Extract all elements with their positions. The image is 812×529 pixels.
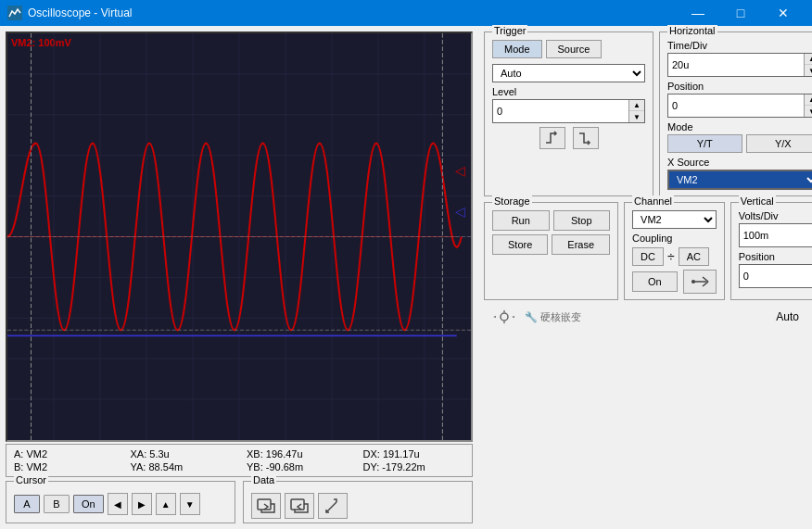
storage-label: Storage (492, 195, 532, 207)
v-position-label: Position (739, 251, 812, 262)
erase-button[interactable]: Erase (552, 234, 610, 255)
volts-div-input[interactable] (740, 224, 812, 246)
data-resize-button[interactable] (318, 493, 348, 519)
h-mode-label: Mode (667, 121, 812, 132)
data-panel-label: Data (251, 474, 276, 485)
yt-button[interactable]: Y/T (667, 134, 742, 153)
data-export-button[interactable] (285, 493, 314, 519)
channel-select[interactable]: VM2 (632, 210, 717, 229)
h-position-down[interactable]: ▼ (805, 106, 812, 117)
channel-on-button[interactable]: On (632, 271, 678, 292)
vertical-label: Vertical (739, 195, 776, 207)
svg-rect-26 (291, 499, 304, 510)
probe-icon (690, 273, 710, 290)
yx-button[interactable]: Y/X (746, 134, 813, 153)
probe-icon-button[interactable] (683, 270, 717, 294)
run-button[interactable]: Run (492, 210, 550, 231)
time-div-spinbox-btns: ▲ ▼ (804, 54, 812, 76)
maximize-button[interactable]: □ (719, 0, 762, 26)
trigger-source-tab[interactable]: Source (546, 40, 603, 58)
channel-label: Channel (632, 195, 674, 207)
h-position-spinbox: ▲ ▼ (667, 94, 812, 118)
trigger-mode-tab[interactable]: Mode (492, 40, 542, 58)
resize-icon (324, 497, 342, 515)
svg-point-31 (691, 280, 695, 283)
bottom-status-bar: 🔧 硬核嵌变 Auto (484, 306, 806, 328)
cursor-panel-label: Cursor (14, 474, 48, 485)
cursor-info-bar: A: VM2 XA: 5.3u XB: 196.47u DX: 191.17u … (6, 444, 473, 477)
cursor-a-button[interactable]: A (14, 495, 40, 513)
falling-edge-icon (577, 131, 594, 145)
window-title: Oscilloscope - Virtual (28, 6, 677, 19)
coupling-sep: ÷ (667, 249, 675, 264)
cursor-panel: Cursor A B On ◀ ▶ ▲ ▼ (6, 481, 235, 523)
h-position-input[interactable] (668, 94, 804, 117)
cursor-b-button[interactable]: B (44, 495, 70, 513)
trigger-level-input[interactable] (493, 100, 628, 122)
auto-status-label: Auto (776, 310, 799, 323)
time-div-label: Time/Div (667, 40, 812, 51)
time-div-up[interactable]: ▲ (805, 54, 812, 65)
rising-edge-icon (544, 131, 561, 145)
ya-value: YA: 88.54m (131, 461, 233, 472)
volts-div-spinbox: ▲ ▼ (739, 223, 812, 247)
storage-store-row: Store Erase (492, 234, 610, 255)
scope-display[interactable]: VM2: 100mV (6, 31, 473, 442)
cursor-down-button[interactable]: ▼ (180, 493, 200, 515)
x-source-label: X Source (667, 157, 812, 168)
export-icon (290, 497, 309, 515)
h-position-spinbox-btns: ▲ ▼ (804, 94, 812, 117)
yb-value: YB: -90.68m (247, 461, 349, 472)
ac-button[interactable]: AC (679, 247, 709, 266)
minimize-button[interactable]: — (677, 0, 719, 26)
channel-select-row: VM2 (632, 210, 717, 229)
trigger-level-down[interactable]: ▼ (629, 111, 644, 122)
stop-button[interactable]: Stop (553, 210, 611, 231)
bottom-bar: Cursor A B On ◀ ▶ ▲ ▼ Data (6, 481, 473, 523)
xb-value: XB: 196.47u (247, 448, 349, 460)
coupling-row: DC ÷ AC (632, 247, 717, 266)
trigger-auto-select[interactable]: Auto (492, 64, 645, 82)
data-import-button[interactable] (251, 493, 281, 519)
svg-point-32 (501, 313, 508, 321)
trigger-rising-button[interactable] (539, 127, 565, 149)
x-source-select[interactable]: VM2 (668, 170, 812, 189)
svg-line-27 (326, 502, 336, 512)
trigger-icons-row (492, 127, 645, 149)
v-position-input[interactable] (740, 265, 812, 287)
channel-box: Channel VM2 Coupling DC ÷ AC On (624, 202, 725, 300)
waveform-svg (7, 33, 471, 440)
h-position-label: Position (667, 81, 812, 92)
right-top-row: Trigger Mode Source Auto Level ▲ ▼ (484, 31, 806, 196)
cursor-a-marker: ◁ (455, 163, 465, 178)
trigger-tab-row: Mode Source (492, 40, 645, 58)
horizontal-label: Horizontal (667, 25, 717, 36)
dc-button[interactable]: DC (632, 247, 664, 266)
cursor-on-button[interactable]: On (73, 495, 104, 513)
import-icon (257, 497, 275, 515)
titlebar: Oscilloscope - Virtual — □ ✕ (0, 0, 812, 26)
volts-div-label: Volts/Div (739, 210, 812, 221)
v-position-spinbox: ▲ ▼ (739, 264, 812, 288)
dy-value: DY: -179.22m (363, 461, 465, 472)
trigger-level-up[interactable]: ▲ (629, 100, 644, 111)
store-button[interactable]: Store (492, 234, 548, 255)
cursor-up-button[interactable]: ▲ (156, 493, 176, 515)
left-panel: VM2: 100mV (0, 26, 478, 529)
watermark-text: 🔧 硬核嵌变 (525, 310, 581, 324)
cursor-b-marker: ◁ (455, 204, 465, 219)
h-mode-row: Y/T Y/X (667, 134, 812, 153)
time-div-down[interactable]: ▼ (805, 65, 812, 76)
h-position-up[interactable]: ▲ (805, 94, 812, 106)
x-source-row: VM2 (667, 170, 812, 190)
right-middle-row: Storage Run Stop Store Erase Channel VM2 (484, 202, 806, 300)
time-div-input[interactable] (668, 54, 804, 76)
cursor-left-button[interactable]: ◀ (108, 493, 128, 515)
window-controls: — □ ✕ (677, 0, 805, 26)
trigger-falling-button[interactable] (573, 127, 599, 149)
close-button[interactable]: ✕ (762, 0, 805, 26)
gear-icon (491, 308, 517, 326)
cursor-right-button[interactable]: ▶ (132, 493, 152, 515)
trigger-level-spinbox-btns: ▲ ▼ (628, 100, 644, 122)
trigger-level-spinbox: ▲ ▼ (492, 99, 645, 123)
